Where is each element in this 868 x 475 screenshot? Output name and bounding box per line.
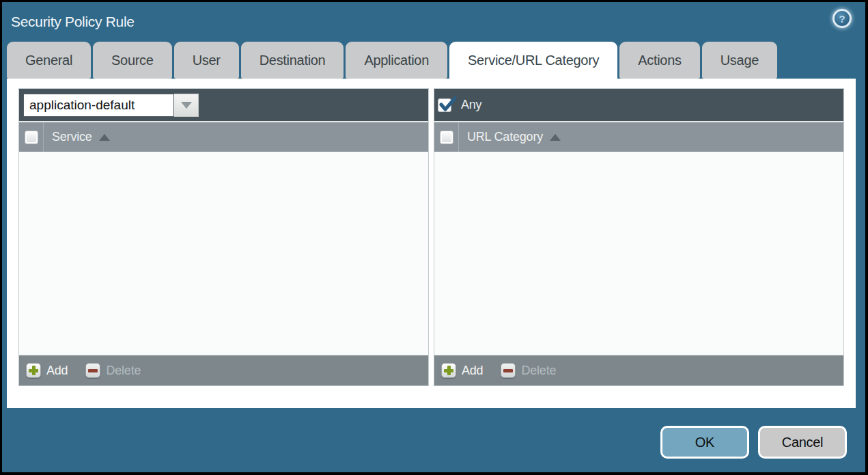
url-category-footer: Add Delete <box>434 355 843 385</box>
tab-destination[interactable]: Destination <box>241 42 344 79</box>
checkmark-icon <box>438 96 458 116</box>
tab-application[interactable]: Application <box>346 42 447 79</box>
url-category-list[interactable] <box>434 152 843 355</box>
delete-minus-icon <box>85 363 100 378</box>
tab-source[interactable]: Source <box>93 42 172 79</box>
tab-bar: General Source User Destination Applicat… <box>2 42 865 79</box>
url-category-toolbar: Any <box>434 89 843 121</box>
url-category-select-all-checkbox[interactable] <box>440 131 453 144</box>
service-column-label: Service <box>52 130 92 144</box>
sort-ascending-icon <box>99 134 110 141</box>
service-add-button[interactable]: Add <box>26 363 68 378</box>
service-type-dropdown-button[interactable] <box>174 94 199 117</box>
service-select-all-cell <box>19 122 44 152</box>
dialog-title: Security Policy Rule <box>11 14 135 30</box>
url-category-column-header[interactable]: URL Category <box>434 121 843 152</box>
service-type-combobox <box>23 94 199 117</box>
delete-minus-icon <box>501 363 516 378</box>
service-toolbar <box>19 89 428 121</box>
help-glyph: ? <box>839 13 845 25</box>
any-label: Any <box>461 98 481 112</box>
service-list[interactable] <box>19 152 428 355</box>
service-type-input[interactable] <box>23 94 174 117</box>
delete-button-label: Delete <box>521 364 556 378</box>
url-category-panel: Any URL Category Add Delete <box>434 88 844 386</box>
url-category-delete-button[interactable]: Delete <box>501 363 556 378</box>
add-plus-icon <box>26 363 41 378</box>
titlebar: Security Policy Rule ? <box>2 2 865 42</box>
add-button-label: Add <box>462 364 483 378</box>
url-category-select-all-cell <box>434 122 459 152</box>
tab-general[interactable]: General <box>7 42 91 79</box>
tab-content: Service Add Delete <box>7 79 856 408</box>
tab-user[interactable]: User <box>174 42 239 79</box>
tab-service-url-category[interactable]: Service/URL Category <box>449 42 617 79</box>
help-icon[interactable]: ? <box>832 9 852 28</box>
sort-ascending-icon <box>550 134 561 141</box>
chevron-down-icon <box>181 102 192 109</box>
add-button-label: Add <box>46 364 68 378</box>
service-panel: Service Add Delete <box>18 88 429 386</box>
cancel-button[interactable]: Cancel <box>758 426 847 459</box>
tab-usage[interactable]: Usage <box>702 42 777 79</box>
ok-button[interactable]: OK <box>660 426 749 459</box>
url-category-column-label: URL Category <box>467 130 543 144</box>
service-column-header[interactable]: Service <box>19 121 428 152</box>
service-footer: Add Delete <box>19 355 428 385</box>
service-select-all-checkbox[interactable] <box>25 131 38 144</box>
tab-actions[interactable]: Actions <box>619 42 700 79</box>
url-category-add-button[interactable]: Add <box>441 363 483 378</box>
dialog-actions: OK Cancel <box>660 426 847 459</box>
security-policy-rule-dialog: Security Policy Rule ? General Source Us… <box>2 2 865 472</box>
any-checkbox[interactable] <box>438 98 451 112</box>
delete-button-label: Delete <box>106 364 141 378</box>
add-plus-icon <box>441 363 456 378</box>
service-delete-button[interactable]: Delete <box>85 363 141 378</box>
